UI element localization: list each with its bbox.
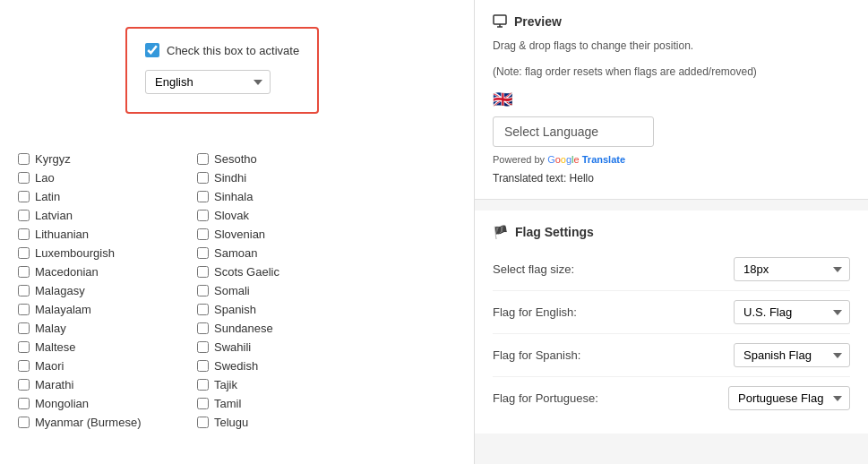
flag-spanish-row: Flag for Spanish: Spanish Flag Mexican F… xyxy=(493,334,850,377)
flag-spanish-select[interactable]: Spanish Flag Mexican Flag Argentine Flag xyxy=(734,343,850,367)
list-item: Swahili xyxy=(197,338,376,357)
list-item: Luxembourgish xyxy=(18,244,197,262)
activate-label: Check this box to activate xyxy=(167,44,299,57)
flag-size-select[interactable]: 14px 16px 18px 20px 24px xyxy=(734,257,850,281)
preview-note-desc: (Note: flag order resets when flags are … xyxy=(493,64,850,81)
lang-checkbox-tajik[interactable] xyxy=(197,379,209,391)
flag-size-row: Select flag size: 14px 16px 18px 20px 24… xyxy=(493,248,850,291)
preview-section: Preview Drag & drop flags to change thei… xyxy=(475,0,868,200)
list-item: Swedish xyxy=(197,357,376,375)
lang-checkbox-lao[interactable] xyxy=(18,172,30,184)
lang-checkbox-scots-gaelic[interactable] xyxy=(197,266,209,278)
list-item: Somali xyxy=(197,281,376,300)
preview-title: Preview xyxy=(493,14,850,29)
lang-checkbox-malayalam[interactable] xyxy=(18,304,30,315)
list-item: Mongolian xyxy=(18,394,197,413)
lang-checkbox-maori[interactable] xyxy=(18,360,30,372)
list-item: Sindhi xyxy=(197,168,376,187)
activation-box: Check this box to activate English Spani… xyxy=(125,27,319,114)
powered-by-text: Powered by Google Translate xyxy=(493,154,850,165)
list-item: Maltese xyxy=(18,338,197,357)
list-item: Maori xyxy=(18,357,197,375)
list-item: Latvian xyxy=(18,206,197,225)
lang-checkbox-malagasy[interactable] xyxy=(18,285,30,296)
flag-icon: 🏴 xyxy=(493,225,508,239)
lang-checkbox-sesotho[interactable] xyxy=(197,153,209,165)
list-item: Sinhala xyxy=(197,187,376,206)
svg-rect-0 xyxy=(494,15,506,24)
list-item: Sundanese xyxy=(197,319,376,338)
lang-checkbox-sindhi[interactable] xyxy=(197,172,209,184)
lang-checkbox-latin[interactable] xyxy=(18,191,30,202)
lang-checkbox-swahili[interactable] xyxy=(197,341,209,353)
lang-checkbox-spanish[interactable] xyxy=(197,304,209,315)
lang-checkbox-marathi[interactable] xyxy=(18,379,30,391)
list-item: Marathi xyxy=(18,375,197,394)
lang-checkbox-macedonian[interactable] xyxy=(18,266,30,278)
list-item: Slovenian xyxy=(197,225,376,244)
list-item: Slovak xyxy=(197,206,376,225)
list-item: Malay xyxy=(18,319,197,338)
preview-drag-desc: Drag & drop flags to change their positi… xyxy=(493,38,850,55)
flag-portuguese-select[interactable]: Portuguese Flag Brazilian Flag xyxy=(728,386,850,410)
list-item: Kyrgyz xyxy=(18,150,197,168)
list-item: Macedonian xyxy=(18,262,197,281)
list-item: Myanmar (Burmese) xyxy=(18,413,197,432)
right-panel: Preview Drag & drop flags to change thei… xyxy=(475,0,868,464)
list-item: Tajik xyxy=(197,375,376,394)
lang-checkbox-slovenian[interactable] xyxy=(197,228,209,240)
lang-checkbox-kyrgyz[interactable] xyxy=(18,153,30,165)
list-item: Telugu xyxy=(197,413,376,432)
lang-checkbox-mongolian[interactable] xyxy=(18,398,30,409)
list-item: Lithuanian xyxy=(18,225,197,244)
lang-checkbox-latvian[interactable] xyxy=(18,210,30,221)
lang-checkbox-sundanese[interactable] xyxy=(197,322,209,334)
language-dropdown[interactable]: English Spanish French German xyxy=(145,70,271,94)
monitor-icon xyxy=(493,14,507,29)
flag-size-label: Select flag size: xyxy=(493,262,618,276)
flag-settings-title: 🏴 Flag Settings xyxy=(493,225,850,239)
list-item: Samoan xyxy=(197,244,376,262)
select-language-box[interactable]: Select Language xyxy=(493,116,654,147)
lang-checkbox-luxembourgish[interactable] xyxy=(18,247,30,259)
list-item: Malagasy xyxy=(18,281,197,300)
flag-settings-section: 🏴 Flag Settings Select flag size: 14px 1… xyxy=(475,211,868,434)
list-item: Scots Gaelic xyxy=(197,262,376,281)
flag-english-row: Flag for English: U.S. Flag UK Flag Aust… xyxy=(493,291,850,334)
list-item: Latin xyxy=(18,187,197,206)
language-col-2: Sesotho Sindhi Sinhala Slovak Slovenian … xyxy=(197,150,376,432)
flag-english-select[interactable]: U.S. Flag UK Flag Australian Flag xyxy=(734,300,850,324)
language-select-wrapper: English Spanish French German xyxy=(145,70,299,94)
lang-checkbox-myanmar[interactable] xyxy=(18,417,30,428)
flag-english-label: Flag for English: xyxy=(493,305,618,319)
lang-checkbox-tamil[interactable] xyxy=(197,398,209,409)
lang-checkbox-samoan[interactable] xyxy=(197,247,209,259)
translated-text-row: Translated text: Hello xyxy=(493,172,850,185)
list-item: Tamil xyxy=(197,394,376,413)
uk-flag-emoji: 🇬🇧 xyxy=(493,90,850,109)
lang-checkbox-sinhala[interactable] xyxy=(197,191,209,202)
lang-checkbox-slovak[interactable] xyxy=(197,210,209,221)
list-item: Spanish xyxy=(197,300,376,319)
list-item: Malayalam xyxy=(18,300,197,319)
lang-checkbox-somali[interactable] xyxy=(197,285,209,296)
flag-portuguese-label: Flag for Portuguese: xyxy=(493,391,618,405)
list-item: Sesotho xyxy=(197,150,376,168)
lang-checkbox-lithuanian[interactable] xyxy=(18,228,30,240)
flag-portuguese-row: Flag for Portuguese: Portuguese Flag Bra… xyxy=(493,377,850,419)
flag-spanish-label: Flag for Spanish: xyxy=(493,348,618,362)
checkbox-row: Check this box to activate xyxy=(145,43,299,57)
activate-checkbox[interactable] xyxy=(145,43,159,57)
lang-checkbox-maltese[interactable] xyxy=(18,341,30,353)
language-list-section: Kyrgyz Lao Latin Latvian Lithuanian Luxe… xyxy=(18,150,456,432)
left-panel: Check this box to activate English Spani… xyxy=(0,0,475,464)
language-col-1: Kyrgyz Lao Latin Latvian Lithuanian Luxe… xyxy=(18,150,197,432)
lang-checkbox-malay[interactable] xyxy=(18,322,30,334)
lang-checkbox-swedish[interactable] xyxy=(197,360,209,372)
list-item: Lao xyxy=(18,168,197,187)
lang-checkbox-telugu[interactable] xyxy=(197,417,209,428)
